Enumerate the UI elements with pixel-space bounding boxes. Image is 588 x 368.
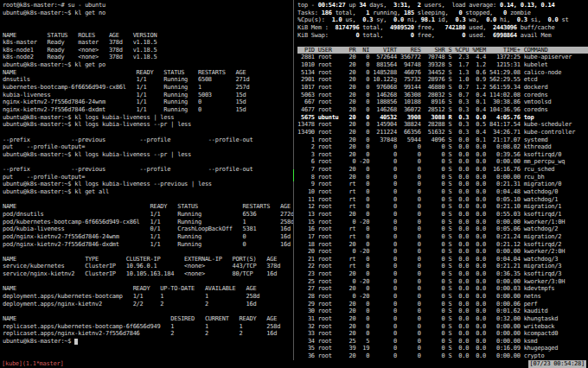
terminal-line: 17 root rt 0 0 0 0 S 0.0 0.0 0:21.24 mig… bbox=[297, 233, 588, 241]
terminal-line: 27 root 20 0 0 0 0 S 0.0 0.0 0:00.03 kde… bbox=[297, 285, 588, 293]
terminal-line: ubuntu@k8s-master:~$ kl logs kubia-liven… bbox=[3, 114, 293, 122]
tmux-status-bar: [kube](1.1*master] [07/23 00:54:28] bbox=[0, 360, 588, 368]
terminal-line bbox=[3, 248, 293, 256]
terminal-line: 33 root 20 0 0 0 0 S 0.0 0.0 0:00.00 kco… bbox=[297, 330, 588, 338]
terminal-line: KiB Mem : 8174796 total, 4989520 free, 7… bbox=[297, 24, 588, 32]
terminal-line: 20 root 0 -20 0 0 0 S 0.0 0.0 0:00.00 kw… bbox=[297, 248, 588, 256]
terminal-line: 31 root 20 0 0 0 0 S 0.0 0.0 0:32.00 khu… bbox=[297, 315, 588, 323]
terminal-line: KiB Swap: 0 total, 0 free, 0 used. 69988… bbox=[297, 32, 588, 40]
terminal-line: service/kubernetes ClusterIP 10.96.0.1 <… bbox=[3, 263, 293, 270]
terminal-line: deployment.apps/nginx-kietnv2 2/2 2 2 16… bbox=[3, 301, 293, 308]
terminal-line: nginx-kietnv2-7f556d7846-24wnm 1/1 Runni… bbox=[3, 98, 293, 106]
tmux-clock: [07/23 00:54:28] bbox=[528, 360, 586, 368]
terminal-line: ubuntu@k8s-master:~$ bbox=[3, 338, 293, 346]
terminal-line: deployment.apps/kubernetes-bootcamp 1/1 … bbox=[3, 293, 293, 301]
terminal-line: --prefix --previous --profile --profile-… bbox=[3, 136, 293, 144]
terminal-line: NAME READY STATUS RESTARTS AGE bbox=[3, 203, 293, 211]
terminal-line: k8s-node2 Ready <none> 378d v1.18.5 bbox=[3, 54, 293, 61]
terminal-line bbox=[3, 129, 293, 136]
terminal-line: NAME DESIRED CURRENT READY AGE bbox=[3, 315, 293, 323]
terminal-line: pod/kubernetes-bootcamp-6f6656d949-cx86l… bbox=[3, 219, 293, 226]
terminal-line: 1017 root 20 0 976068 99144 46880 S 0.7 … bbox=[297, 84, 588, 92]
terminal-line: 16 root rt 0 0 0 0 S 0.0 0.0 0:05.06 wat… bbox=[297, 225, 588, 233]
terminal-line: 2901 root 20 0 10.122g 75732 28976 S 1.0… bbox=[297, 76, 588, 84]
terminal-line: 13490 root 20 0 211224 66356 51632 S 0.3… bbox=[297, 129, 588, 136]
terminal-line: 18 root 20 0 0 0 0 S 0.0 0.0 0:21.12 kso… bbox=[297, 241, 588, 249]
terminal-line: 3 root 20 0 0 0 0 S 0.0 0.0 0:39.56 ksof… bbox=[297, 151, 588, 159]
terminal-line: 1 root 20 0 37848 5944 4096 S 0.0 0.1 21… bbox=[297, 136, 588, 144]
terminal-line bbox=[297, 39, 588, 47]
terminal-line: 29 root 20 0 0 0 0 S 0.0 0.0 0:00.06 per… bbox=[297, 301, 588, 308]
terminal-line: 35 root 39 19 0 0 0 S 0.0 0.0 0:16.09 kh… bbox=[297, 345, 588, 352]
terminal-line: Tasks: 186 total, 1 running, 185 sleepin… bbox=[297, 10, 588, 17]
terminal-line: 2881 root 20 0 572644 356772 70748 S 2.3… bbox=[297, 54, 588, 61]
terminal-line: ubuntu@k8s-master:~$ kl get po bbox=[3, 61, 293, 69]
terminal-line: 32 root 20 0 0 0 0 S 0.0 0.0 0:00.00 wri… bbox=[297, 323, 588, 331]
terminal-line: k8s-master Ready master 378d v1.18.5 bbox=[3, 39, 293, 47]
terminal-line: k8s-node1 Ready <none> 378d v1.18.5 bbox=[3, 47, 293, 54]
terminal-line: 21 root rt 0 0 0 0 S 0.0 0.0 0:04.04 wat… bbox=[297, 256, 588, 263]
right-terminal-pane-top[interactable]: top - 00:54:27 up 34 days, 3:31, 2 users… bbox=[295, 0, 588, 360]
terminal-line: 28 root 0 -20 0 0 0 S 0.0 0.0 0:00.00 ne… bbox=[297, 293, 588, 301]
terminal-line: put --profile-output= bbox=[3, 174, 293, 181]
terminal-line: 23 root 20 0 0 0 0 S 0.0 0.0 0:36.35 kso… bbox=[297, 270, 588, 278]
terminal-line: kubia-liveness 1/1 Running 5003 15d bbox=[3, 92, 293, 99]
pane-divider-tick bbox=[293, 169, 294, 181]
terminal-line: pod/nginx-kietnv2-7f556d7846-dxdmt 1/1 R… bbox=[3, 241, 293, 249]
terminal-line: NAME TYPE CLUSTER-IP EXTERNAL-IP PORT(S)… bbox=[3, 256, 293, 263]
terminal-line: 13 root 20 0 0 0 0 S 0.0 0.0 0:55.03 kso… bbox=[297, 211, 588, 219]
terminal-line: kubernetes-bootcamp-6f6656d949-cx86l 1/1… bbox=[3, 84, 293, 92]
terminal-line: 22 root rt 0 0 0 0 S 0.0 0.0 0:21.21 mig… bbox=[297, 263, 588, 270]
terminal-line: 1010 root 20 0 881564 94748 39328 S 1.7 … bbox=[297, 61, 588, 69]
terminal-line: 8 root 20 0 0 0 0 S 0.0 0.0 0:00.00 rcu_… bbox=[297, 174, 588, 181]
terminal-line: 667 root 20 0 188856 10188 8916 S 0.3 0.… bbox=[297, 98, 588, 106]
terminal-line: service/nginx-kietnv2 ClusterIP 10.105.1… bbox=[3, 270, 293, 278]
terminal-line bbox=[3, 278, 293, 286]
terminal-line: 30 root 20 0 0 0 0 S 0.0 0.0 0:01.62 kau… bbox=[297, 308, 588, 315]
terminal-line: 6 root 0 -20 0 0 0 S 0.0 0.0 0:00.00 mm_… bbox=[297, 158, 588, 166]
terminal-line: ubuntu@k8s-master:~$ kl get all bbox=[3, 188, 293, 196]
terminal-line: 5063 root 20 0 146268 36308 28032 S 0.7 … bbox=[297, 92, 588, 99]
terminal-line: 36 root 20 0 0 0 0 S 0.0 0.0 0:00.00 cry… bbox=[297, 352, 588, 360]
terminal-line: 7 root 20 0 0 0 0 S 0.0 0.0 16:16.76 rcu… bbox=[297, 166, 588, 174]
terminal-line: dnsutils 1/1 Running 6508 271d bbox=[3, 76, 293, 84]
terminal-line: ubuntu@k8s-master:~$ kl logs kubia-liven… bbox=[3, 151, 293, 159]
terminal-line: pod/nginx-kietnv2-7f556d7846-24wnm 1/1 R… bbox=[3, 233, 293, 241]
terminal-line bbox=[3, 16, 293, 24]
pane-divider[interactable] bbox=[293, 0, 295, 360]
terminal-line: root@k8s-master:~# su - ubuntu bbox=[3, 2, 293, 10]
terminal-line: ubuntu@k8s-master:~$ kl get no bbox=[3, 10, 293, 17]
terminal-line: pod/kubia-liveness 0/1 CrashLoopBackOff … bbox=[3, 225, 293, 233]
terminal-line: ubuntu@k8s-master:~$ kl logs kubia-liven… bbox=[3, 121, 293, 129]
terminal-line: 5675 ubuntu 20 0 40532 3908 3088 R 0.3 0… bbox=[297, 114, 588, 122]
tmux-panes: root@k8s-master:~# su - ubuntuubuntu@k8s… bbox=[0, 0, 588, 360]
terminal-line bbox=[3, 158, 293, 166]
terminal-line: 5134 root 20 0 1485288 46076 34452 S 1.3… bbox=[297, 69, 588, 77]
terminal-line: ubuntu@k8s-master:~$ kl logs kubia-liven… bbox=[3, 181, 293, 188]
terminal-line: 10 root rt 0 0 0 0 S 0.0 0.0 0:04.48 wat… bbox=[297, 188, 588, 196]
terminal-line: replicaset.apps/kubernetes-bootcamp-6f66… bbox=[3, 323, 293, 331]
terminal-line: --prefix --previous --profile --profile-… bbox=[3, 166, 293, 174]
terminal-line: top - 00:54:27 up 34 days, 3:31, 2 users… bbox=[297, 2, 588, 10]
terminal-line: %Cpu(s): 1.0 us, 0.3 sy, 0.0 ni, 98.1 id… bbox=[297, 16, 588, 24]
text-cursor bbox=[74, 339, 78, 345]
terminal-line bbox=[3, 24, 293, 32]
tmux-session-window-label[interactable]: [kube](1.1*master] bbox=[2, 360, 63, 368]
terminal-line: NAME READY UP-TO-DATE AVAILABLE AGE bbox=[3, 285, 293, 293]
terminal-line: 13478 root 20 0 145904 38824 28288 S 0.3… bbox=[297, 121, 588, 129]
terminal-line: put --profile-output= bbox=[3, 143, 293, 151]
terminal-line: NAME STATUS ROLES AGE VERSION bbox=[3, 32, 293, 40]
terminal-line: replicaset.apps/nginx-kietnv2-7f556d7846… bbox=[3, 330, 293, 338]
left-terminal-pane[interactable]: root@k8s-master:~# su - ubuntuubuntu@k8s… bbox=[0, 0, 293, 360]
terminal-line: 11 root rt 0 0 0 0 S 0.0 0.0 0:05.10 wat… bbox=[297, 196, 588, 204]
terminal-line bbox=[3, 196, 293, 204]
terminal-line: 25 root 0 -20 0 0 0 S 0.0 0.0 0:00.00 kw… bbox=[297, 278, 588, 286]
terminal-line: 12 root rt 0 0 0 0 S 0.0 0.0 0:21.10 mig… bbox=[297, 203, 588, 211]
terminal-line: 15 root 0 -20 0 0 0 S 0.0 0.0 0:00.00 kw… bbox=[297, 219, 588, 226]
terminal-line: 4677 root 20 0 146268 36072 28512 S 0.3 … bbox=[297, 106, 588, 114]
terminal-line: 34 root 25 5 0 0 0 S 0.0 0.0 0:00.00 ksm… bbox=[297, 338, 588, 346]
terminal-line: PID USER PR NI VIRT RES SHR S %CPU %MEM … bbox=[297, 47, 588, 54]
terminal-line: NAME READY STATUS RESTARTS AGE bbox=[3, 69, 293, 77]
terminal-line bbox=[3, 308, 293, 315]
terminal-line: nginx-kietnv2-7f556d7846-dxdmt 1/1 Runni… bbox=[3, 106, 293, 114]
